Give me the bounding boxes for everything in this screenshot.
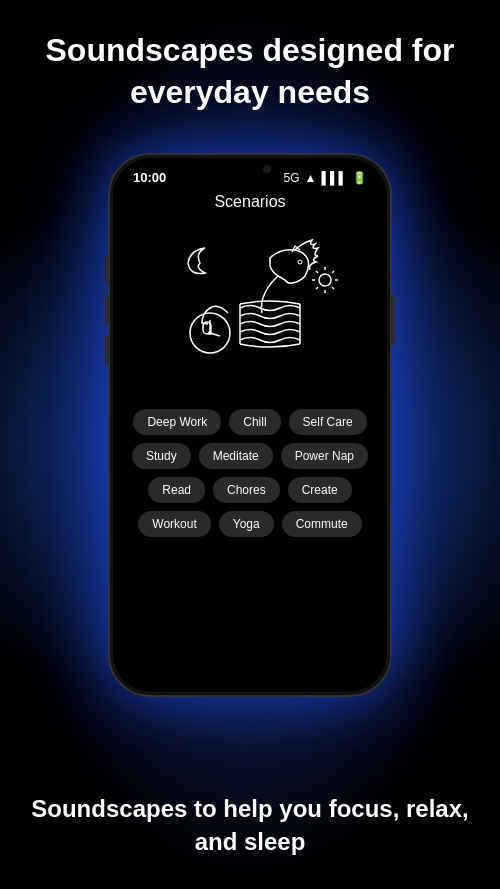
chips-row-4: Workout Yoga Commute [138,511,361,537]
battery-icon: 🔋 [352,171,367,185]
top-title-section: Soundscapes designed for everyday needs [0,20,500,123]
status-time: 10:00 [133,170,166,185]
phone-outer-frame: 10:00 5G ▲ ▌▌▌ 🔋 Scenarios [110,155,390,695]
chip-deep-work[interactable]: Deep Work [133,409,221,435]
top-heading: Soundscapes designed for everyday needs [30,30,470,113]
chip-create[interactable]: Create [288,477,352,503]
bottom-text-section: Soundscapes to help you focus, relax, an… [0,792,500,859]
chip-power-nap[interactable]: Power Nap [281,443,368,469]
chips-container: Deep Work Chill Self Care Study Meditate… [125,409,375,537]
wifi-icon: ▲ [305,171,317,185]
svg-point-0 [298,260,302,264]
chip-commute[interactable]: Commute [282,511,362,537]
illustration-area [125,223,375,393]
chip-workout[interactable]: Workout [138,511,210,537]
camera-dot [263,165,271,173]
chip-yoga[interactable]: Yoga [219,511,274,537]
screen-title: Scenarios [125,193,375,211]
chip-study[interactable]: Study [132,443,191,469]
svg-line-6 [316,271,318,273]
chip-meditate[interactable]: Meditate [199,443,273,469]
chip-chores[interactable]: Chores [213,477,280,503]
network-icon: 5G [284,171,300,185]
phone-notch [215,158,285,180]
svg-line-8 [332,271,334,273]
bottom-heading: Soundscapes to help you focus, relax, an… [30,792,470,859]
svg-line-7 [332,287,334,289]
scenarios-illustration [140,228,360,388]
chip-self-care[interactable]: Self Care [289,409,367,435]
chips-row-3: Read Chores Create [148,477,351,503]
svg-point-1 [319,274,331,286]
chips-row-2: Study Meditate Power Nap [132,443,368,469]
chips-row-1: Deep Work Chill Self Care [133,409,366,435]
chip-read[interactable]: Read [148,477,205,503]
signal-icon: ▌▌▌ [321,171,347,185]
status-icons: 5G ▲ ▌▌▌ 🔋 [284,171,367,185]
chip-chill[interactable]: Chill [229,409,280,435]
screen-content: Scenarios [113,189,387,547]
phone-mockup: 10:00 5G ▲ ▌▌▌ 🔋 Scenarios [110,155,390,695]
phone-screen: 10:00 5G ▲ ▌▌▌ 🔋 Scenarios [113,158,387,692]
svg-line-9 [316,287,318,289]
